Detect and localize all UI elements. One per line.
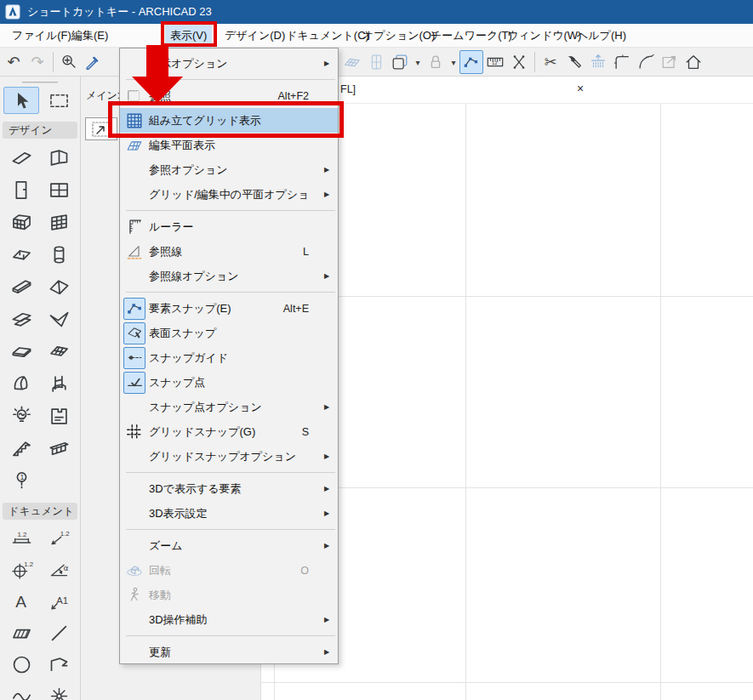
tab-close-icon[interactable]: × [573,81,588,96]
scissors-icon[interactable]: ✂ [539,50,562,74]
stretch-icon [510,53,528,71]
caret-down-icon[interactable]: ▾ [448,50,459,74]
stair-tool[interactable] [3,435,39,462]
corner-window-tool[interactable] [3,241,39,268]
line-tool[interactable] [41,619,77,646]
marquee-tool[interactable] [41,87,77,114]
menu-item-guide-line-options[interactable]: 参照線オプション▶ [120,264,338,288]
svg-text:12: 12 [492,60,498,65]
curtain-wall-tool[interactable] [3,208,39,236]
leader-dimension-tool[interactable]: 1.2 [41,525,77,552]
railing-tool[interactable] [41,435,77,462]
object-tool[interactable] [41,370,77,397]
door-tool [10,179,33,202]
level-dimension-tool: 1.2 [10,559,33,582]
home-icon[interactable] [682,50,705,74]
menu-item-snap-point[interactable]: スナップ点 [120,370,338,395]
menu-separator [120,469,338,476]
zoom-reset-icon[interactable] [57,50,81,74]
level-dimension-tool[interactable]: 1.2 [3,556,39,583]
element-snap-toolbar-icon[interactable] [459,50,483,74]
beam-tool[interactable] [3,273,39,300]
polyline-tool[interactable] [41,651,77,678]
menu-design[interactable]: デザイン(D) [220,24,290,48]
menu-item-label: 参照オプション [149,162,309,178]
svg-text:1.2: 1.2 [24,561,33,568]
caret-down-icon[interactable]: ▾ [412,50,424,74]
circle-tool[interactable] [3,651,39,678]
menu-item-label: スナップ点 [149,375,309,390]
offset-copy-icon[interactable] [388,50,412,74]
menu-help[interactable]: ヘルプ(H) [572,24,631,48]
door-tool[interactable] [3,176,39,203]
menu-item-guide-line[interactable]: 参照線L [120,239,338,264]
menu-item-element-snap[interactable]: 要素スナップ(E)Alt+E [120,296,338,321]
walk-icon [120,586,149,605]
object-tool [48,373,71,396]
menu-item-reference-options[interactable]: 参照オプション▶ [120,157,338,182]
menu-edit[interactable]: 編集(E) [66,24,113,48]
menu-item-label: 編集平面表示 [149,138,309,153]
roof-tool [48,276,71,299]
shell-slab-tool[interactable] [3,305,39,333]
label-tool[interactable]: A1 [41,588,77,615]
menu-item-label: 3D操作補助 [149,612,309,628]
tab-floor-plan[interactable]: FL] [340,83,356,95]
fillet-corner-icon[interactable] [610,50,634,74]
menu-item-grid-plane-options[interactable]: グリッド/編集中の平面オプション▶ [120,182,338,207]
menu-item-surface-snap[interactable]: 表面スナップ [120,321,338,345]
angle-dimension-tool[interactable]: α [41,556,77,583]
menu-item-elements-in-3d[interactable]: 3Dで表示する要素▶ [120,476,338,501]
column-tool[interactable] [41,241,77,268]
axe-icon[interactable] [562,50,586,74]
svg-text:1.2: 1.2 [60,529,69,537]
undo-icon[interactable]: ↶ [2,50,26,74]
menu-item-refresh[interactable]: 更新▶ [120,640,338,664]
pick-up-parameters-icon[interactable] [81,50,105,74]
menu-item-shortcut: S [302,426,309,438]
dimension-tool[interactable]: 1.2 [3,525,39,552]
wall-tool[interactable] [3,144,39,171]
menu-item-3d-view-settings[interactable]: 3D表示設定▶ [120,501,338,526]
zone-tool[interactable] [41,402,77,430]
menu-item-ruler[interactable]: ルーラー [120,214,338,239]
spline-tool[interactable] [3,682,39,700]
menu-item-snap-point-options[interactable]: スナップ点オプション▶ [120,395,338,419]
toolbox-section-design[interactable]: デザイン [3,122,77,139]
window-tool[interactable] [41,176,77,203]
menu-item-3d-navigation-aid[interactable]: 3D操作補助▶ [120,607,338,632]
fill-tool[interactable] [3,619,39,646]
menu-item-grid-snap[interactable]: グリッドスナップ(G)S [120,419,338,444]
grid-line-horizontal [261,682,753,683]
slab-tool[interactable] [3,338,39,365]
mesh-tool[interactable] [41,338,77,365]
palette-drag-handle[interactable] [22,82,58,83]
hotspot-tool[interactable] [41,682,77,700]
annotation-box-grid-display [108,101,344,138]
window-grid-tool[interactable] [41,208,77,236]
menu-item-snap-guide[interactable]: スナップガイド [120,345,338,370]
mesh-tool [48,340,71,363]
toolbox-section-document[interactable]: ドキュメント [3,503,77,520]
shell-ruled-tool [48,308,71,331]
shell-ruled-tool[interactable] [41,305,77,333]
menu-item-shortcut: Alt+E [283,303,309,315]
zoom-reset-icon [60,53,78,71]
window-title: ショートカットキー - ARCHICAD 23 [27,4,212,20]
ruler-icon [125,218,144,236]
menu-item-walk: 移動 [120,583,338,607]
door-panel-tool[interactable] [41,144,77,171]
change-marker-tool[interactable]: 1 [3,467,39,494]
lock-icon [426,53,445,71]
redo-icon: ↷ [26,50,49,74]
text-tool[interactable]: A [3,588,39,615]
arrow-tool[interactable] [3,87,39,114]
shell-dome-tool[interactable] [3,370,39,397]
roof-tool[interactable] [41,273,77,300]
lamp-tool[interactable] [3,402,39,430]
arc-icon[interactable] [634,50,658,74]
measure-icon[interactable]: 12 [483,50,507,74]
stretch-icon[interactable] [507,50,531,74]
menu-item-grid-snap-options[interactable]: グリッドスナップオプション▶ [120,444,338,469]
menu-item-zoom[interactable]: ズーム▶ [120,533,338,558]
